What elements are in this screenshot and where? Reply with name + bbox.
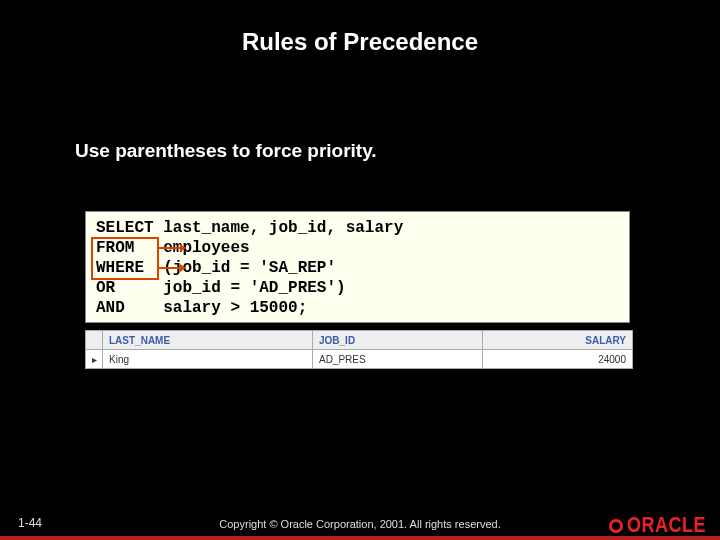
oracle-logo: ORACLE [609,515,706,536]
footer-bar [0,536,720,540]
slide-title: Rules of Precedence [0,28,720,56]
cell-last-name: King [103,350,313,369]
col-last-name: LAST_NAME [103,331,313,350]
oracle-ring-icon [609,519,623,533]
slide-subtitle: Use parentheses to force priority. [75,140,377,162]
col-salary: SALARY [483,331,633,350]
table-header-row: LAST_NAME JOB_ID SALARY [86,331,633,350]
results-table: LAST_NAME JOB_ID SALARY ▸ King AD_PRES 2… [85,330,633,369]
footer: 1-44 Copyright © Oracle Corporation, 200… [0,504,720,540]
row-marker-header [86,331,103,350]
table-row: ▸ King AD_PRES 24000 [86,350,633,369]
slide: Rules of Precedence Use parentheses to f… [0,0,720,540]
row-marker: ▸ [86,350,103,369]
sql-code-block: SELECT last_name, job_id, salary FROM em… [85,211,630,323]
col-job-id: JOB_ID [313,331,483,350]
cell-job-id: AD_PRES [313,350,483,369]
cell-salary: 24000 [483,350,633,369]
oracle-wordmark: ORACLE [627,513,706,538]
